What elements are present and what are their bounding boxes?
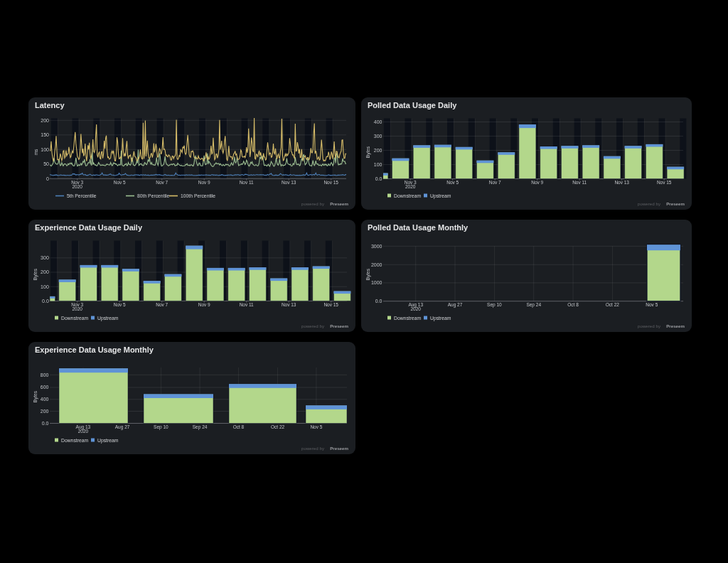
svg-text:Oct 8: Oct 8 <box>233 424 245 429</box>
svg-text:Preseem: Preseem <box>666 201 685 206</box>
svg-text:Upstream: Upstream <box>97 316 119 321</box>
svg-text:Sep 24: Sep 24 <box>526 302 541 308</box>
svg-text:Experience Data Usage Monthly: Experience Data Usage Monthly <box>35 345 154 354</box>
svg-text:2000: 2000 <box>371 262 382 267</box>
svg-text:400: 400 <box>374 119 382 124</box>
svg-text:200: 200 <box>41 118 49 123</box>
svg-text:Bytes: Bytes <box>33 390 38 402</box>
svg-text:ms: ms <box>33 149 38 155</box>
svg-text:powered by: powered by <box>638 323 661 328</box>
svg-text:Polled Data Usage Monthly: Polled Data Usage Monthly <box>368 223 469 232</box>
svg-text:Oct 22: Oct 22 <box>606 302 620 307</box>
svg-text:200: 200 <box>374 148 382 153</box>
svg-text:0.0: 0.0 <box>375 299 382 304</box>
svg-text:0.0: 0.0 <box>42 421 49 426</box>
svg-text:80th Percentile: 80th Percentile <box>137 193 170 198</box>
svg-text:50: 50 <box>43 161 49 166</box>
svg-text:Experience Data Usage Daily: Experience Data Usage Daily <box>35 223 143 232</box>
svg-text:Sep 10: Sep 10 <box>487 302 502 308</box>
svg-text:Oct 22: Oct 22 <box>271 424 285 429</box>
svg-text:300: 300 <box>41 255 49 260</box>
svg-text:0.0: 0.0 <box>375 176 382 181</box>
svg-text:2020: 2020 <box>410 306 421 311</box>
svg-text:Aug 27: Aug 27 <box>448 302 463 308</box>
svg-text:Bytes: Bytes <box>365 268 371 280</box>
svg-text:Upstream: Upstream <box>430 193 451 199</box>
svg-text:Latency: Latency <box>35 101 65 109</box>
svg-text:powered by: powered by <box>301 446 325 451</box>
svg-text:Nov 5: Nov 5 <box>310 424 322 429</box>
svg-text:600: 600 <box>41 385 49 390</box>
svg-text:100: 100 <box>41 284 49 289</box>
svg-text:Bytes: Bytes <box>33 268 38 280</box>
svg-text:150: 150 <box>41 132 49 137</box>
svg-text:2020: 2020 <box>405 184 416 189</box>
svg-text:Preseem: Preseem <box>330 201 348 206</box>
svg-text:Upstream: Upstream <box>430 316 451 321</box>
svg-text:Preseem: Preseem <box>330 323 348 328</box>
svg-text:0.0: 0.0 <box>42 299 49 304</box>
svg-text:powered by: powered by <box>301 201 325 206</box>
svg-text:Downstream: Downstream <box>61 438 88 443</box>
svg-text:Preseem: Preseem <box>330 446 348 451</box>
svg-text:2020: 2020 <box>72 184 82 189</box>
svg-text:Downstream: Downstream <box>394 193 421 198</box>
svg-text:Downstream: Downstream <box>394 316 421 321</box>
svg-text:1000: 1000 <box>371 280 382 285</box>
svg-text:100: 100 <box>41 147 49 152</box>
svg-text:Downstream: Downstream <box>61 316 88 321</box>
svg-text:800: 800 <box>41 372 49 377</box>
svg-text:Nov 5: Nov 5 <box>646 302 658 307</box>
svg-text:100th Percentile: 100th Percentile <box>181 193 215 198</box>
svg-text:2020: 2020 <box>72 306 82 311</box>
svg-text:powered by: powered by <box>638 201 661 206</box>
svg-text:Bytes: Bytes <box>365 146 371 158</box>
svg-text:200: 200 <box>41 409 49 414</box>
svg-text:100: 100 <box>374 162 382 167</box>
svg-text:5th Percentile: 5th Percentile <box>67 193 97 198</box>
svg-text:powered by: powered by <box>301 323 325 328</box>
svg-text:2020: 2020 <box>78 429 89 434</box>
svg-text:3000: 3000 <box>371 244 382 249</box>
svg-text:Polled Data Usage Daily: Polled Data Usage Daily <box>368 101 457 109</box>
svg-text:300: 300 <box>374 134 382 139</box>
svg-text:Aug 27: Aug 27 <box>115 424 130 430</box>
svg-text:Preseem: Preseem <box>666 323 685 328</box>
svg-text:Upstream: Upstream <box>97 438 119 444</box>
svg-text:400: 400 <box>41 397 49 402</box>
svg-text:Sep 10: Sep 10 <box>154 424 168 430</box>
svg-text:Oct 8: Oct 8 <box>567 302 579 307</box>
svg-text:Sep 24: Sep 24 <box>193 424 208 430</box>
svg-text:200: 200 <box>41 269 49 274</box>
svg-text:0: 0 <box>46 176 49 181</box>
